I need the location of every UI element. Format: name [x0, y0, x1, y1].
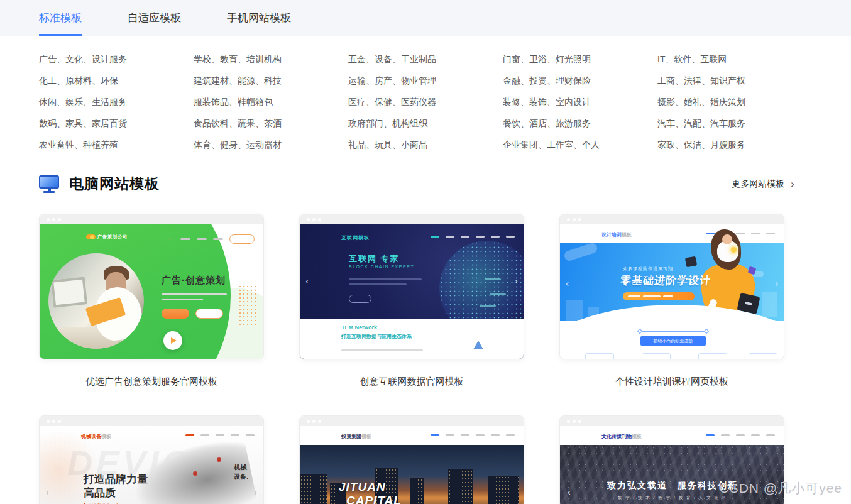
carousel-prev-icon: ‹ — [305, 276, 309, 285]
footer-title: TEM Network — [341, 324, 377, 331]
site-logo-text: 投资集团模板 — [341, 433, 371, 440]
more-templates-label: 更多网站模板 — [732, 178, 784, 190]
category-link[interactable]: 学校、教育、培训机构 — [194, 55, 348, 63]
browser-titlebar — [40, 214, 263, 224]
template-cell: 互联网模板 互联网 专家 BLOCK CHAIN EXPERT ‹ › — [299, 214, 524, 388]
template-thumbnail: DEVICE 机械设备模板 打造品牌力量 高品质 打造高标准品质 拥有资深专业技… — [40, 426, 263, 504]
carousel-prev-icon: ‹ — [566, 278, 569, 288]
category-link[interactable]: 化工、原材料、环保 — [39, 76, 194, 85]
category-link[interactable]: 建筑建材、能源、科技 — [194, 76, 348, 85]
site-nav-placeholder — [167, 234, 255, 244]
category-link[interactable]: 金融、投资、理财保险 — [503, 76, 657, 85]
category-link[interactable]: 数码、家具、家居百货 — [39, 119, 194, 128]
hero-subheadline: BLOCK CHAIN EXPERT — [349, 265, 414, 269]
cta-button-outline — [195, 309, 223, 319]
window-dot-icon — [318, 218, 321, 221]
tab-adaptive-template[interactable]: 自适应模板 — [128, 0, 181, 36]
category-link[interactable]: 体育、健身、运动器材 — [194, 140, 348, 149]
template-cell: 投资集团模板 JITUAN CAPITAL 具有资产管理理念的金融机构 — [299, 415, 524, 504]
lightbulb-icon — [731, 247, 737, 253]
template-card-machinery[interactable]: DEVICE 机械设备模板 打造品牌力量 高品质 打造高标准品质 拥有资深专业技… — [39, 415, 264, 504]
text-placeholder — [349, 278, 422, 280]
feature-icon-placeholder — [749, 353, 777, 359]
template-caption[interactable]: 优选广告创意策划服务官网模板 — [39, 376, 264, 388]
site-logo-text: 文化传媒刊物模板 — [601, 433, 642, 440]
category-link[interactable]: 农业畜牲、种植养殖 — [39, 140, 194, 149]
category-link[interactable]: 广告、文化、设计服务 — [39, 55, 194, 63]
machinery-detail — [217, 457, 221, 462]
csdn-watermark: CSDN @凡小可yee — [719, 479, 842, 497]
window-dot-icon — [52, 218, 55, 221]
browser-titlebar — [560, 214, 784, 224]
dot-pattern — [238, 285, 258, 326]
template-card-investment[interactable]: 投资集团模板 JITUAN CAPITAL 具有资产管理理念的金融机构 — [299, 415, 524, 504]
template-type-tabbar: 标准模板 自适应模板 手机网站模板 — [0, 0, 851, 36]
carousel-next-icon: › — [254, 488, 257, 496]
tab-mobile-template[interactable]: 手机网站模板 — [227, 0, 291, 36]
office-photo — [48, 253, 144, 349]
category-grid: 广告、文化、设计服务 学校、教育、培训机构 五金、设备、工业制品 门窗、卫浴、灯… — [0, 36, 851, 149]
hero-headline: 广告·创意策划 — [162, 275, 226, 287]
template-card-internet-data[interactable]: 互联网模板 互联网 专家 BLOCK CHAIN EXPERT ‹ › — [299, 214, 524, 359]
template-thumbnail: 投资集团模板 JITUAN CAPITAL 具有资产管理理念的金融机构 — [300, 426, 524, 504]
window-dot-icon — [567, 218, 570, 221]
site-logo-text: 设计培训模板 — [601, 231, 632, 238]
category-link[interactable]: 摄影、婚礼、婚庆策划 — [657, 97, 812, 106]
category-link[interactable]: 服装饰品、鞋帽箱包 — [194, 97, 348, 106]
city-skyline-photo: JITUAN CAPITAL 具有资产管理理念的金融机构 — [300, 445, 524, 504]
cta-button-outline — [349, 295, 371, 303]
window-dot-icon — [573, 420, 576, 423]
template-thumbnail: 互联网模板 互联网 专家 BLOCK CHAIN EXPERT ‹ › — [300, 224, 524, 359]
globe-label-placeholder — [485, 278, 501, 280]
machinery-detail — [193, 471, 197, 476]
footer-subtitle: 打造互联网数据与应用生态体系 — [341, 333, 412, 340]
category-link[interactable]: 政府部门、机构组织 — [348, 119, 503, 128]
window-dot-icon — [578, 420, 581, 423]
category-link[interactable]: 礼品、玩具、小商品 — [348, 140, 503, 149]
site-nav-placeholder — [706, 434, 775, 436]
cloud-logo-icon — [90, 235, 94, 239]
tab-standard-template[interactable]: 标准模板 — [39, 0, 82, 36]
template-grid-row-1: 广告策划公司 广告·创意策划 — [0, 214, 851, 388]
window-dot-icon — [52, 420, 55, 423]
window-dot-icon — [312, 420, 316, 423]
badge-icon — [685, 256, 697, 268]
template-caption[interactable]: 创意互联网数据官网模板 — [299, 376, 524, 388]
globe-label-placeholder — [480, 305, 496, 307]
category-link[interactable]: 餐饮、酒店、旅游服务 — [503, 119, 657, 128]
template-card-ad-creative[interactable]: 广告策划公司 广告·创意策划 — [39, 214, 264, 359]
template-thumbnail: 广告策划公司 广告·创意策划 — [40, 224, 263, 359]
hero-tagline: 众多课程助你逆风飞翔 — [623, 266, 673, 272]
carousel-next-icon: › — [515, 276, 518, 285]
site-logo: 广告策划公司 — [86, 234, 128, 240]
feature-icon-placeholder — [585, 353, 614, 359]
category-link[interactable]: 五金、设备、工业制品 — [348, 55, 503, 63]
category-link[interactable]: 企业集团、工作室、个人 — [503, 140, 657, 149]
category-link[interactable]: 食品饮料、蔬果、茶酒 — [194, 119, 348, 128]
category-link[interactable]: 休闲、娱乐、生活服务 — [39, 97, 194, 106]
site-logo-text: 广告策划公司 — [97, 234, 128, 240]
text-placeholder — [341, 349, 423, 351]
category-link[interactable]: 门窗、卫浴、灯光照明 — [503, 55, 657, 63]
monitor-icon — [39, 175, 59, 193]
cta-button-filled — [162, 309, 189, 319]
template-cell: DEVICE 机械设备模板 打造品牌力量 高品质 打造高标准品质 拥有资深专业技… — [39, 415, 264, 504]
browser-titlebar — [300, 416, 524, 426]
template-caption[interactable]: 个性设计培训课程网页模板 — [559, 376, 784, 388]
sail-logo-icon — [473, 341, 483, 349]
category-link[interactable]: 运输、房产、物业管理 — [348, 76, 503, 85]
template-card-design-training[interactable]: 设计培训模板 — [559, 214, 784, 359]
category-link[interactable]: 工商、法律、知识产权 — [657, 76, 812, 85]
category-link[interactable]: IT、软件、互联网 — [657, 55, 812, 63]
more-templates-link[interactable]: 更多网站模板 › — [732, 178, 794, 190]
category-link[interactable]: 医疗、保健、医药仪器 — [348, 97, 503, 106]
play-button-icon — [163, 331, 182, 350]
site-logo-text: 机械设备模板 — [81, 433, 111, 440]
category-link[interactable]: 装修、装饰、室内设计 — [503, 97, 657, 106]
category-link[interactable]: 家政、保洁、月嫂服务 — [657, 140, 812, 149]
window-dot-icon — [573, 218, 576, 221]
text-placeholder — [162, 299, 203, 300]
category-link[interactable]: 汽车、汽配、汽车服务 — [657, 119, 812, 128]
hero-headline: 零基础进阶学设计 — [620, 273, 711, 288]
window-dot-icon — [318, 420, 321, 423]
